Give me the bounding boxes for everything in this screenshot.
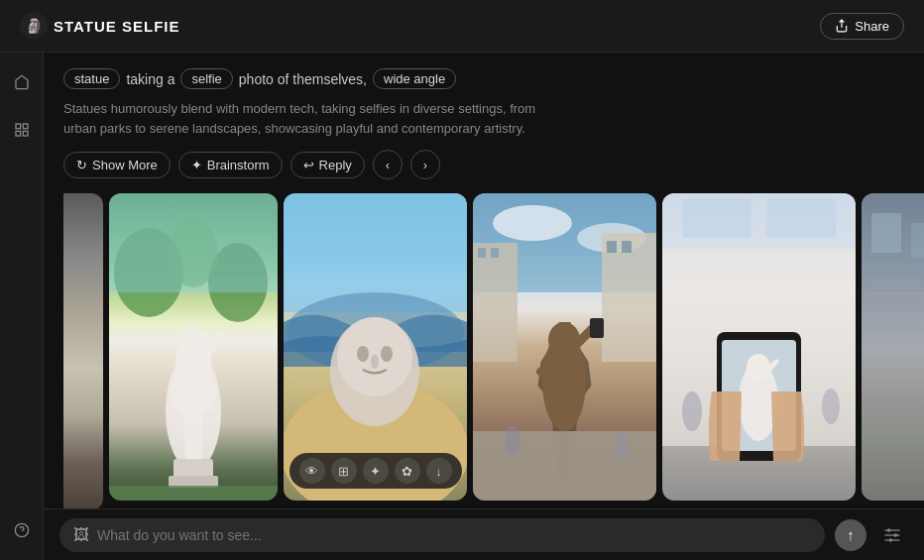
svg-rect-39 <box>590 318 604 338</box>
send-icon: ↑ <box>847 526 855 543</box>
svg-point-45 <box>682 392 702 431</box>
tag-statue[interactable]: statue <box>63 68 120 89</box>
reply-icon: ↩ <box>303 158 314 172</box>
prompt-area: statue taking a selfie photo of themselv… <box>44 53 924 193</box>
tag-text-1: taking a <box>126 71 174 87</box>
content-panel: statue taking a selfie photo of themselv… <box>44 53 924 560</box>
chevron-right-icon: › <box>423 158 427 172</box>
svg-rect-1 <box>23 124 28 129</box>
svg-rect-32 <box>622 241 632 253</box>
grid-toolbar-icon[interactable]: ⊞ <box>331 458 357 484</box>
style-toolbar-icon[interactable]: ✿ <box>395 458 420 484</box>
settings-icon <box>882 525 902 545</box>
svg-rect-53 <box>871 213 901 253</box>
svg-point-25 <box>493 205 572 241</box>
logo: 🗿 STATUE SELFIE <box>20 12 179 40</box>
search-input[interactable] <box>97 527 811 543</box>
svg-rect-0 <box>16 124 21 129</box>
image-card-3[interactable] <box>473 193 656 501</box>
magic-toolbar-icon[interactable]: ✦ <box>363 458 389 484</box>
sidebar-item-home[interactable] <box>8 68 36 96</box>
reply-button[interactable]: ↩ Reply <box>290 152 365 178</box>
image-card-1[interactable] <box>109 193 278 501</box>
send-button[interactable]: ↑ <box>835 519 866 551</box>
svg-point-34 <box>505 426 520 456</box>
svg-rect-56 <box>866 342 924 344</box>
svg-rect-33 <box>473 431 656 501</box>
share-icon <box>835 19 849 33</box>
brainstorm-icon: ✦ <box>191 158 202 172</box>
svg-point-12 <box>179 328 207 360</box>
svg-rect-29 <box>491 248 499 258</box>
svg-point-23 <box>371 355 379 369</box>
bottom-bar: 🖼 ↑ <box>44 508 924 560</box>
view-toolbar-icon[interactable]: 👁 <box>299 458 325 484</box>
svg-rect-15 <box>109 486 278 501</box>
settings-button[interactable] <box>876 519 908 551</box>
tag-wide-angle[interactable]: wide angle <box>373 68 456 89</box>
svg-rect-27 <box>473 243 518 362</box>
prompt-description: Statues humorously blend with modern tec… <box>63 99 559 138</box>
svg-rect-3 <box>23 131 28 136</box>
svg-rect-55 <box>866 292 924 294</box>
download-toolbar-icon[interactable]: ↓ <box>426 458 452 484</box>
actions-row: ↻ Show More ✦ Brainstorm ↩ Reply ‹ › <box>63 150 904 179</box>
svg-rect-31 <box>607 241 617 253</box>
share-button[interactable]: Share <box>820 13 904 40</box>
images-strip: 👁 ⊞ ✦ ✿ ↓ <box>44 193 924 560</box>
sidebar-item-grid[interactable] <box>8 116 36 144</box>
search-wrapper: 🖼 <box>59 518 825 552</box>
logo-text: STATUE SELFIE <box>54 18 179 35</box>
svg-rect-8 <box>109 193 278 292</box>
tag-text-2: photo of themselves, <box>239 71 367 87</box>
tags-row: statue taking a selfie photo of themselv… <box>63 68 904 89</box>
header: 🗿 STATUE SELFIE Share <box>0 0 924 53</box>
svg-rect-2 <box>16 131 21 136</box>
partial-left-image <box>63 193 103 510</box>
svg-point-60 <box>887 528 890 531</box>
show-more-icon: ↻ <box>76 158 87 172</box>
show-more-button[interactable]: ↻ Show More <box>63 152 171 178</box>
svg-rect-43 <box>766 198 836 238</box>
svg-point-61 <box>894 533 897 536</box>
svg-rect-42 <box>682 198 751 238</box>
svg-point-62 <box>889 538 892 541</box>
nav-prev-button[interactable]: ‹ <box>373 150 403 179</box>
image-card-4[interactable] <box>662 193 856 501</box>
svg-point-35 <box>615 432 629 460</box>
svg-rect-28 <box>478 248 486 258</box>
svg-point-22 <box>381 346 393 362</box>
nav-next-button[interactable]: › <box>410 150 440 179</box>
svg-rect-54 <box>911 223 924 258</box>
svg-point-21 <box>357 346 369 362</box>
sidebar-left <box>0 53 44 560</box>
image-input-icon: 🖼 <box>73 526 89 544</box>
chevron-left-icon: ‹ <box>386 158 390 172</box>
brainstorm-button[interactable]: ✦ Brainstorm <box>178 152 283 178</box>
sidebar-item-help[interactable] <box>8 516 36 544</box>
image-toolbar: 👁 ⊞ ✦ ✿ ↓ <box>289 453 462 489</box>
image-card-5[interactable] <box>862 193 924 501</box>
logo-icon: 🗿 <box>20 12 48 40</box>
tag-selfie[interactable]: selfie <box>180 68 232 89</box>
main-content: statue taking a selfie photo of themselv… <box>0 53 924 560</box>
svg-point-46 <box>822 389 840 424</box>
image-card-2[interactable]: 👁 ⊞ ✦ ✿ ↓ <box>284 193 467 501</box>
